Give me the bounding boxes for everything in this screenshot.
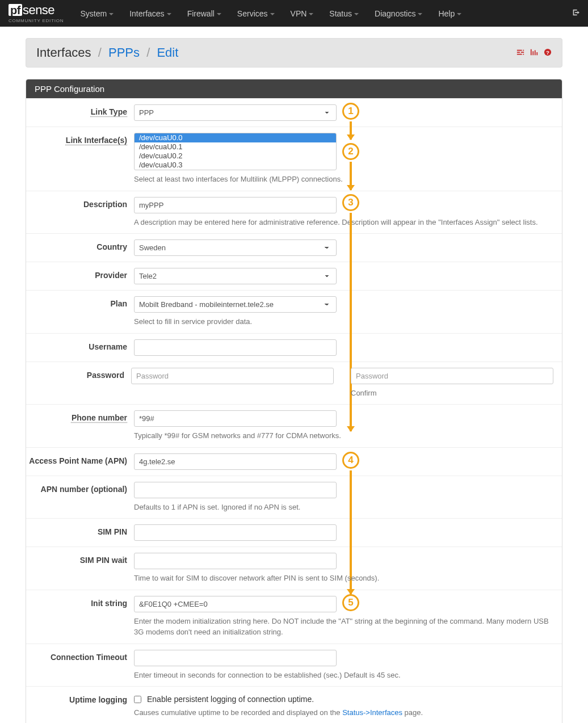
timeout-input[interactable]	[134, 650, 337, 666]
annotation-2: 2	[342, 143, 359, 160]
annotation-3: 3	[342, 194, 359, 211]
simpin-input[interactable]	[134, 524, 337, 541]
plan-label: Plan	[26, 296, 134, 327]
logo[interactable]: pfsense COMMUNITY EDITION	[9, 4, 64, 23]
timeout-label: Connection Timeout	[26, 650, 134, 681]
provider-label: Provider	[26, 268, 134, 284]
status-interfaces-link[interactable]: Status->Interfaces	[342, 708, 402, 717]
phone-help: Typically *99# for GSM networks and #777…	[134, 430, 553, 442]
nav-diagnostics[interactable]: Diagnostics	[367, 9, 430, 18]
nav-system[interactable]: System	[72, 9, 121, 18]
svg-text:?: ?	[546, 49, 549, 55]
nav-interfaces[interactable]: Interfaces	[121, 9, 179, 18]
breadcrumb-root[interactable]: Interfaces	[36, 45, 91, 60]
panel-title: PPP Configuration	[26, 79, 562, 98]
breadcrumb-ppps[interactable]: PPPs	[108, 45, 140, 60]
password-input[interactable]	[131, 368, 334, 384]
uptime-label: Uptime logging	[26, 692, 134, 718]
ppp-config-panel: PPP Configuration Link Type PPP 1 Link I…	[26, 79, 562, 723]
simpin-label: SIM PIN	[26, 524, 134, 541]
confirm-label: Confirm	[351, 388, 553, 399]
link-type-select[interactable]: PPP	[134, 104, 337, 121]
link-if-help: Select at least two interfaces for Multi…	[134, 174, 553, 185]
simwait-label: SIM PIN wait	[26, 553, 134, 584]
page-header: Interfaces / PPPs / Edit ?	[26, 38, 562, 68]
simwait-input[interactable]	[134, 553, 337, 569]
link-if-select[interactable]: /dev/cuaU0.0 /dev/cuaU0.1 /dev/cuaU0.2 /…	[134, 133, 337, 170]
username-input[interactable]	[134, 339, 337, 356]
top-nav: pfsense COMMUNITY EDITION System Interfa…	[0, 0, 588, 27]
stats-icon[interactable]	[530, 48, 538, 58]
plan-select[interactable]: Mobilt Bredband - mobileinternet.tele2.s…	[134, 296, 337, 313]
init-label: Init string	[26, 596, 134, 638]
country-select[interactable]: Sweden	[134, 239, 337, 256]
desc-input[interactable]	[134, 197, 337, 213]
password-label: Password	[26, 368, 131, 399]
annotation-5: 5	[342, 594, 359, 611]
provider-select[interactable]: Tele2	[134, 268, 337, 284]
nav-vpn[interactable]: VPN	[283, 9, 322, 18]
logout-icon[interactable]	[572, 9, 579, 19]
simwait-help: Time to wait for SIM to discover network…	[134, 573, 553, 584]
uptime-chk-label: Enable persistent logging of connection …	[147, 695, 314, 704]
settings-icon[interactable]	[516, 48, 524, 58]
arrow-2-3	[350, 162, 352, 190]
breadcrumb-edit[interactable]: Edit	[157, 45, 178, 60]
apnnum-input[interactable]	[134, 482, 337, 498]
username-label: Username	[26, 339, 134, 356]
annotation-1: 1	[342, 103, 359, 120]
desc-label: Description	[26, 197, 134, 228]
help-icon[interactable]: ?	[544, 48, 552, 58]
nav-menu: System Interfaces Firewall Services VPN …	[72, 9, 572, 18]
password-confirm-input[interactable]	[351, 368, 553, 384]
apn-input[interactable]	[134, 453, 337, 470]
uptime-help: Causes cumulative uptime to be recorded …	[134, 707, 553, 718]
link-type-label: Link Type	[26, 104, 134, 121]
annotation-4: 4	[342, 452, 359, 469]
nav-firewall[interactable]: Firewall	[179, 9, 229, 18]
init-help: Enter the modem initialization string he…	[134, 616, 553, 638]
nav-services[interactable]: Services	[229, 9, 283, 18]
apnnum-label: APN number (optional)	[26, 482, 134, 513]
country-label: Country	[26, 239, 134, 256]
init-input[interactable]	[134, 596, 337, 612]
breadcrumb: Interfaces / PPPs / Edit	[36, 45, 178, 60]
desc-help: A description may be entered here for ad…	[134, 217, 553, 228]
apn-label: Access Point Name (APN)	[26, 453, 134, 470]
uptime-checkbox[interactable]	[134, 696, 141, 703]
phone-label: Phone number	[26, 410, 134, 442]
plan-help: Select to fill in service provider data.	[134, 316, 553, 327]
nav-help[interactable]: Help	[430, 9, 469, 18]
timeout-help: Enter timeout in seconds for connection …	[134, 670, 553, 681]
link-if-label: Link Interface(s)	[26, 133, 134, 185]
nav-status[interactable]: Status	[321, 9, 367, 18]
phone-input[interactable]	[134, 410, 337, 427]
apnnum-help: Defaults to 1 if APN is set. Ignored if …	[134, 502, 553, 513]
